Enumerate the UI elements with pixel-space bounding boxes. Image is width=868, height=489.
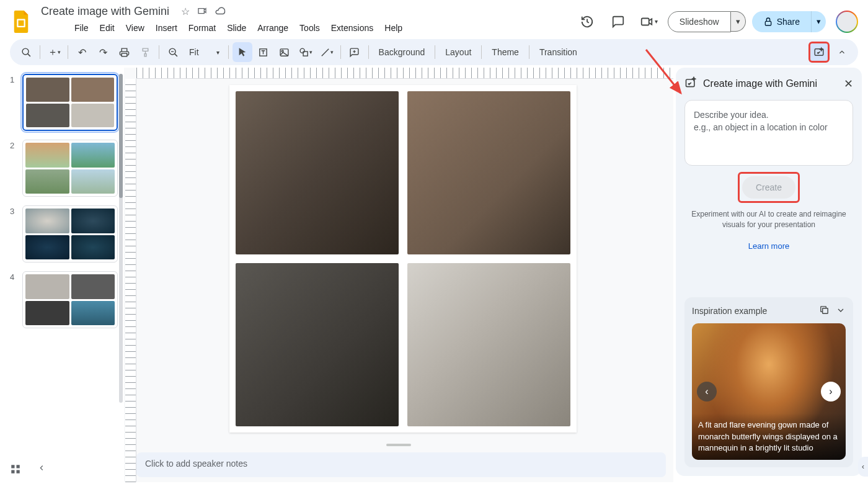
inspiration-image[interactable]: ‹ › A fit and flare evening gown made of… bbox=[692, 323, 846, 460]
menu-slide[interactable]: Slide bbox=[222, 20, 251, 35]
slides-logo[interactable] bbox=[10, 11, 32, 33]
account-avatar[interactable] bbox=[836, 11, 858, 33]
menu-insert[interactable]: Insert bbox=[151, 20, 182, 35]
sidepanel-title: Create image with Gemini bbox=[703, 78, 838, 89]
star-icon[interactable]: ☆ bbox=[181, 6, 190, 19]
line-icon[interactable]: ▾ bbox=[317, 42, 337, 62]
toolbar: ＋ ▾ ↶ ↷ Fit▾ ▾ ▾ Background Layout Theme… bbox=[10, 39, 858, 65]
inspiration-next-icon[interactable]: › bbox=[821, 382, 841, 402]
copy-icon[interactable] bbox=[819, 305, 830, 317]
new-slide-icon[interactable]: ＋ ▾ bbox=[44, 42, 64, 62]
slideshow-button[interactable]: Slideshow bbox=[668, 11, 731, 32]
gemini-image-tool-icon[interactable] bbox=[808, 42, 830, 63]
collapse-filmstrip-icon[interactable] bbox=[37, 464, 46, 477]
undo-icon[interactable]: ↶ bbox=[72, 42, 92, 62]
background-button[interactable]: Background bbox=[373, 43, 432, 61]
create-button[interactable]: Create bbox=[742, 176, 795, 199]
slide-image-4[interactable] bbox=[407, 263, 570, 426]
svg-rect-3 bbox=[765, 21, 771, 25]
sparkle-image-icon bbox=[684, 76, 697, 91]
share-dropdown[interactable]: ▾ bbox=[811, 11, 826, 32]
inspiration-prev-icon[interactable]: ‹ bbox=[697, 382, 717, 402]
svg-point-4 bbox=[22, 48, 29, 55]
zoom-select[interactable]: Fit▾ bbox=[184, 45, 224, 60]
zoom-icon[interactable] bbox=[163, 42, 183, 62]
theme-button[interactable]: Theme bbox=[485, 43, 525, 61]
speaker-notes[interactable]: Click to add speaker notes bbox=[136, 452, 666, 477]
learn-more-link[interactable]: Learn more bbox=[684, 241, 853, 251]
prompt-input[interactable]: Describe your idea. e.g., an object in a… bbox=[684, 100, 853, 166]
menu-format[interactable]: Format bbox=[184, 20, 221, 35]
svg-rect-2 bbox=[642, 18, 649, 25]
transition-button[interactable]: Transition bbox=[533, 43, 583, 61]
print-icon[interactable] bbox=[114, 42, 134, 62]
menu-arrange[interactable]: Arrange bbox=[252, 20, 293, 35]
svg-rect-5 bbox=[122, 53, 127, 56]
paint-format-icon[interactable] bbox=[135, 42, 155, 62]
move-icon[interactable] bbox=[197, 6, 207, 19]
redo-icon[interactable]: ↷ bbox=[93, 42, 113, 62]
slideshow-dropdown[interactable]: ▾ bbox=[731, 11, 746, 32]
canvas-area: Click to add speaker notes bbox=[124, 68, 673, 482]
grid-view-icon[interactable] bbox=[10, 464, 21, 477]
create-button-highlight: Create bbox=[738, 172, 800, 203]
slide-image-1[interactable] bbox=[236, 91, 399, 254]
layout-button[interactable]: Layout bbox=[439, 43, 477, 61]
ruler-vertical[interactable] bbox=[125, 79, 136, 482]
svg-rect-1 bbox=[19, 20, 24, 25]
sidepanel-description: Experiment with our AI to create and rei… bbox=[684, 209, 853, 230]
menu-file[interactable]: File bbox=[69, 20, 94, 35]
svg-point-10 bbox=[300, 48, 304, 53]
slide-image-3[interactable] bbox=[236, 263, 399, 426]
inspiration-card: Inspiration example ‹ › A fit and flare … bbox=[684, 297, 853, 467]
close-icon[interactable]: ✕ bbox=[844, 77, 853, 91]
share-button[interactable]: Share bbox=[752, 11, 811, 32]
slide-thumb-4[interactable] bbox=[22, 271, 118, 328]
menu-help[interactable]: Help bbox=[379, 20, 407, 35]
inspiration-label: Inspiration example bbox=[692, 306, 813, 316]
present-video-icon[interactable]: ▾ bbox=[637, 9, 662, 34]
prompt-placeholder-line2: e.g., an object in a location in color bbox=[694, 122, 844, 134]
chevron-down-icon[interactable] bbox=[836, 305, 846, 317]
textbox-icon[interactable] bbox=[254, 42, 273, 62]
cloud-status-icon[interactable] bbox=[215, 6, 226, 19]
gemini-sidepanel: Create image with Gemini ✕ Describe your… bbox=[676, 68, 862, 476]
notes-resize-handle[interactable] bbox=[386, 444, 411, 446]
filmstrip: 1 2 3 bbox=[0, 68, 124, 482]
menu-edit[interactable]: Edit bbox=[95, 20, 120, 35]
history-icon[interactable] bbox=[575, 9, 600, 34]
menu-tools[interactable]: Tools bbox=[294, 20, 325, 35]
zoom-value: Fit bbox=[189, 47, 199, 57]
ruler-horizontal[interactable] bbox=[136, 68, 673, 79]
image-icon[interactable] bbox=[275, 42, 294, 62]
menu-extensions[interactable]: Extensions bbox=[326, 20, 378, 35]
svg-rect-15 bbox=[11, 470, 14, 473]
slide-image-2[interactable] bbox=[407, 91, 570, 254]
slide-num: 1 bbox=[10, 74, 19, 131]
filmstrip-scrollbar[interactable] bbox=[119, 74, 123, 403]
select-tool-icon[interactable] bbox=[232, 42, 252, 62]
svg-rect-14 bbox=[17, 465, 20, 468]
svg-point-9 bbox=[281, 50, 283, 52]
slide-num: 2 bbox=[10, 140, 19, 197]
collapse-toolbar-icon[interactable] bbox=[832, 42, 852, 62]
comments-icon[interactable] bbox=[606, 9, 631, 34]
inspiration-caption: A fit and flare evening gown made of mon… bbox=[692, 413, 846, 460]
slide-num: 3 bbox=[10, 205, 19, 262]
menu-view[interactable]: View bbox=[121, 20, 149, 35]
share-label: Share bbox=[777, 17, 800, 27]
slide-canvas[interactable] bbox=[229, 85, 577, 433]
prompt-placeholder-line1: Describe your idea. bbox=[694, 109, 844, 122]
slide-num: 4 bbox=[10, 271, 19, 328]
svg-rect-16 bbox=[17, 470, 20, 473]
slide-thumb-1[interactable] bbox=[22, 74, 118, 131]
doc-title[interactable]: Create image with Gemini bbox=[37, 4, 173, 19]
search-menu-icon[interactable] bbox=[16, 42, 36, 62]
svg-rect-13 bbox=[11, 465, 14, 468]
side-toggle-icon[interactable]: ‹ bbox=[858, 457, 868, 477]
shape-icon[interactable]: ▾ bbox=[296, 42, 316, 62]
slide-thumb-3[interactable] bbox=[22, 205, 118, 262]
svg-rect-18 bbox=[823, 308, 828, 314]
slide-thumb-2[interactable] bbox=[22, 140, 118, 197]
comment-add-icon[interactable] bbox=[345, 42, 365, 62]
